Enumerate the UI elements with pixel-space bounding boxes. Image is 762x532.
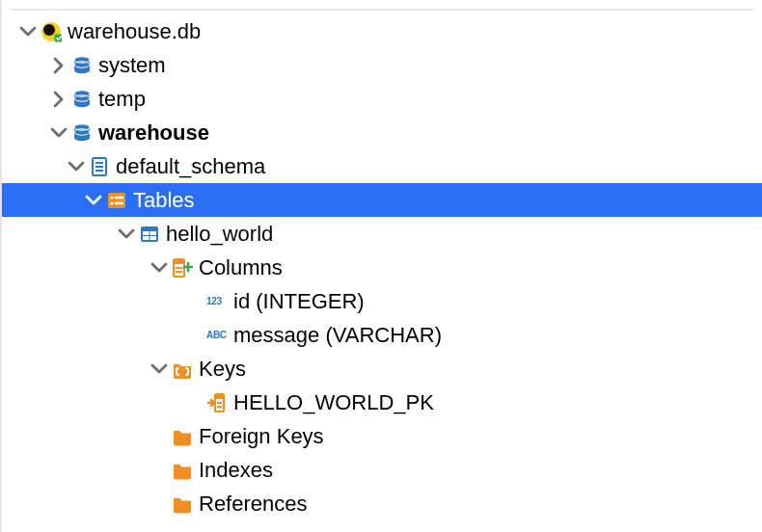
chevron-down-icon[interactable] [17, 21, 39, 42]
tree-node-keys[interactable]: Keys [2, 352, 762, 386]
tree-node-references[interactable]: References [2, 487, 762, 520]
tree-node-column-id[interactable]: 123 id (INTEGER) [2, 284, 762, 318]
primary-key-icon [204, 392, 230, 413]
chevron-down-icon[interactable] [149, 359, 170, 380]
tree-node-label: system [95, 53, 166, 78]
tree-node-foreign-keys[interactable]: Foreign Keys [2, 419, 762, 453]
tree-node-default-schema[interactable]: default_schema [2, 149, 762, 183]
chevron-down-icon[interactable] [48, 122, 69, 144]
chevron-down-icon[interactable] [149, 257, 170, 279]
tree-node-label: Indexes [195, 458, 273, 483]
tree-node-label: message (VARCHAR) [230, 323, 442, 348]
database-connection-icon [39, 21, 64, 42]
folder-icon [170, 493, 195, 515]
chevron-down-icon[interactable] [66, 156, 87, 177]
tree-node-label: warehouse [95, 120, 209, 146]
chevron-right-icon[interactable] [48, 89, 69, 110]
tree-node-label: HELLO_WORLD_PK [230, 390, 434, 415]
tree-node-tables[interactable]: Tables [2, 183, 762, 217]
tree-node-schema-temp[interactable]: temp [2, 82, 762, 116]
tree-node-indexes[interactable]: Indexes [2, 453, 762, 487]
varchar-type-icon: ABC [204, 325, 230, 346]
tree-node-label: default_schema [112, 154, 265, 179]
table-icon [137, 224, 162, 245]
keys-folder-icon [170, 359, 195, 380]
database-cylinder-icon [69, 89, 95, 110]
chevron-right-icon[interactable] [48, 55, 69, 76]
tree-node-schema-system[interactable]: system [2, 48, 762, 82]
tree-node-label: References [195, 492, 308, 517]
panel-divider [10, 9, 754, 11]
tree-node-label: id (INTEGER) [230, 289, 365, 314]
tree-node-label: Tables [129, 188, 195, 213]
folder-icon [170, 460, 195, 481]
tree-node-label: Columns [195, 255, 283, 280]
badge-text: 123 [206, 296, 222, 306]
tree-node-columns[interactable]: Columns [2, 251, 762, 284]
tree-node-label: Foreign Keys [195, 424, 324, 449]
tables-icon [104, 190, 129, 211]
tree-node-label: warehouse.db [64, 19, 201, 44]
badge-text: ABC [206, 330, 228, 340]
tree-node-column-message[interactable]: ABC message (VARCHAR) [2, 318, 762, 352]
schema-icon [87, 156, 112, 177]
columns-icon [170, 257, 195, 279]
folder-icon [170, 426, 195, 447]
number-type-icon: 123 [204, 291, 230, 312]
tree-node-table-hello-world[interactable]: hello_world [2, 217, 762, 251]
database-cylinder-icon [69, 122, 95, 144]
tree-node-label: Keys [195, 357, 246, 382]
tree-node-primary-key[interactable]: HELLO_WORLD_PK [2, 386, 762, 419]
tree-node-database[interactable]: warehouse.db [2, 14, 762, 48]
tree-node-label: hello_world [162, 222, 273, 247]
database-tree-panel: warehouse.db system temp warehouse defau… [0, 0, 762, 532]
tree-node-schema-warehouse[interactable]: warehouse [2, 116, 762, 149]
database-cylinder-icon [69, 55, 95, 76]
chevron-down-icon[interactable] [116, 224, 137, 245]
tree-node-label: temp [95, 87, 146, 112]
chevron-down-icon[interactable] [83, 190, 104, 211]
